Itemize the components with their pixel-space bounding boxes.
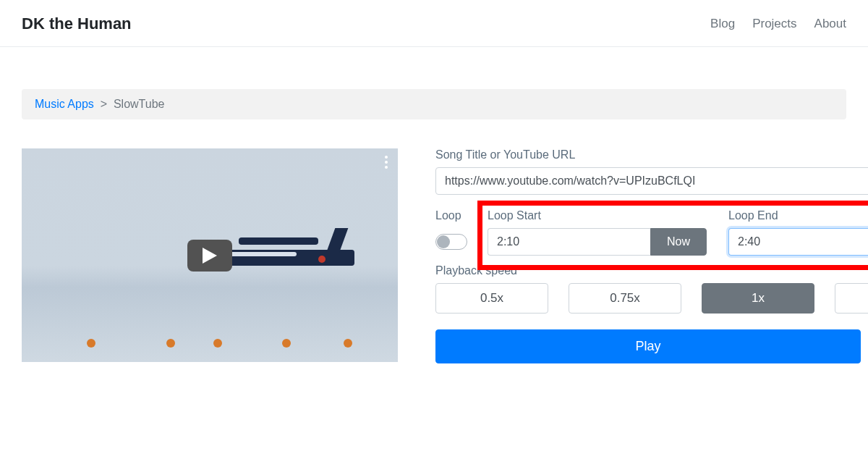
video-play-button[interactable] [187, 240, 232, 272]
svg-marker-0 [203, 248, 217, 264]
loop-label: Loop [435, 209, 488, 222]
more-vertical-icon [385, 156, 388, 169]
video-player[interactable] [22, 148, 398, 362]
url-label: Song Title or YouTube URL [435, 148, 868, 161]
loop-end-label: Loop End [728, 209, 868, 222]
svg-point-1 [385, 156, 388, 159]
breadcrumb-current: SlowTube [114, 98, 165, 110]
nav-projects[interactable]: Projects [752, 17, 796, 31]
loop-end-input[interactable] [728, 228, 868, 256]
speed-0-5x-button[interactable]: 0.5x [435, 283, 548, 314]
playback-speed-label: Playback speed [435, 264, 868, 277]
video-menu-button[interactable] [385, 156, 388, 169]
nav-about[interactable]: About [814, 17, 846, 31]
main-nav: Blog Projects About [710, 17, 846, 31]
speed-custom-button[interactable]: Custom [835, 283, 868, 314]
loop-start-label: Loop Start [488, 209, 707, 222]
breadcrumb-separator: > [101, 98, 107, 110]
site-title[interactable]: DK the Human [22, 14, 132, 33]
breadcrumb: Music Apps > SlowTube [22, 89, 846, 119]
speed-1x-button[interactable]: 1x [702, 283, 814, 314]
nav-blog[interactable]: Blog [710, 17, 735, 31]
svg-point-2 [385, 161, 388, 164]
breadcrumb-parent[interactable]: Music Apps [35, 98, 94, 110]
play-icon [203, 248, 217, 264]
url-input[interactable] [435, 167, 868, 195]
loop-start-now-button[interactable]: Now [650, 228, 707, 256]
speed-0-75x-button[interactable]: 0.75x [569, 283, 681, 314]
loop-start-input[interactable] [488, 228, 650, 256]
loop-toggle[interactable] [435, 234, 467, 250]
svg-point-3 [385, 166, 388, 169]
play-button[interactable]: Play [435, 329, 861, 363]
